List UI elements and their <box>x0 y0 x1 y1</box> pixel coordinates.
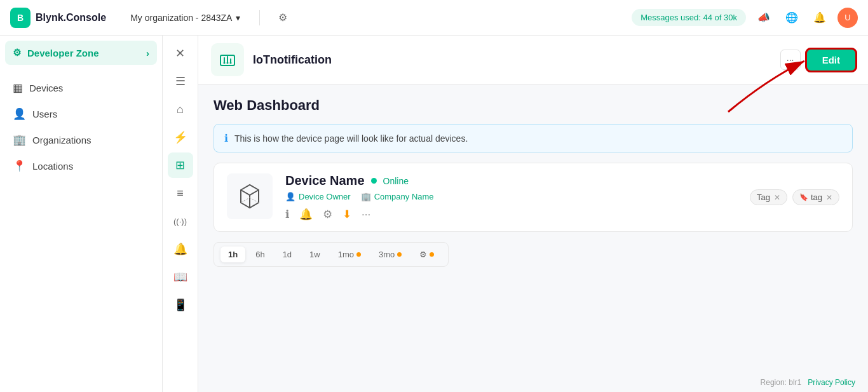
locations-icon: 📍 <box>13 159 26 173</box>
time-btn-6h[interactable]: 6h <box>248 247 272 262</box>
menu-icon-button[interactable]: ☰ <box>168 69 193 94</box>
close-panel-button[interactable]: ✕ <box>168 41 193 66</box>
page-footer: Region: blr1 Privacy Policy <box>198 373 868 392</box>
info-action-icon[interactable]: ℹ <box>285 208 289 221</box>
info-text: This is how the device page will look li… <box>234 133 468 144</box>
header-right: Messages used: 44 of 30k 📣 🌐 🔔 U <box>632 8 858 28</box>
online-label: Online <box>383 176 409 186</box>
org-name: My organization - 2843ZA <box>130 13 232 23</box>
device-owner-item: 👤 Device Owner <box>285 192 351 201</box>
tag-chip-2[interactable]: 🔖 tag ✕ <box>792 189 839 205</box>
devices-label: Devices <box>29 83 63 93</box>
tag-close-1[interactable]: ✕ <box>774 193 780 202</box>
header-divider <box>259 10 260 25</box>
tag-label-2: tag <box>811 193 822 202</box>
organizations-icon: 🏢 <box>13 133 26 147</box>
custom-range-button[interactable]: ⚙ <box>412 247 442 262</box>
sidebar-nav: ▦ Devices 👤 Users 🏢 Organizations 📍 Loca… <box>0 70 162 184</box>
device-owner-label: Device Owner <box>299 192 351 201</box>
wifi-icon-button[interactable]: ((·)) <box>168 208 193 234</box>
tags-area: Tag ✕ 🔖 tag ✕ <box>750 189 839 205</box>
1mo-dot <box>356 252 361 257</box>
app-title: IoTnotification <box>253 53 332 67</box>
more-options-button[interactable]: ··· <box>780 50 801 70</box>
privacy-policy-link[interactable]: Privacy Policy <box>808 378 855 387</box>
tag-chip-1[interactable]: Tag ✕ <box>750 189 787 205</box>
edit-button[interactable]: Edit <box>807 50 855 71</box>
home-icon-button[interactable]: ⌂ <box>168 97 193 122</box>
settings-button[interactable]: ⚙ <box>273 8 293 28</box>
devices-icon: ▦ <box>13 81 23 95</box>
download-action-icon[interactable]: ⬇ <box>342 208 351 221</box>
dashboard-content: Web Dashboard ℹ This is how the device p… <box>198 84 868 373</box>
chevron-right-icon: › <box>146 48 149 58</box>
company-name-label: Company Name <box>374 192 434 201</box>
organizations-label: Organizations <box>32 135 92 145</box>
bell-icon-button[interactable]: 🔔 <box>168 236 193 262</box>
custom-dot <box>430 252 434 257</box>
time-btn-1mo[interactable]: 1mo <box>330 247 369 262</box>
app-name: Blynk.Console <box>36 12 106 24</box>
svg-point-2 <box>227 62 229 64</box>
device-actions: ℹ 🔔 ⚙ ⬇ ··· <box>285 208 737 221</box>
main-layout: ⚙ Developer Zone › ▦ Devices 👤 Users 🏢 O… <box>0 36 868 392</box>
sidebar-item-users[interactable]: 👤 Users <box>5 101 157 127</box>
app-header: IoTnotification ··· Edit <box>198 36 868 84</box>
main-content: IoTnotification ··· Edit Web Dashboard ℹ <box>198 36 868 392</box>
mobile-icon-button[interactable]: 📱 <box>168 292 193 318</box>
info-banner: ℹ This is how the device page will look … <box>214 124 853 152</box>
user-avatar[interactable]: U <box>837 8 858 28</box>
locations-label: Locations <box>32 161 73 172</box>
megaphone-icon[interactable]: 📣 <box>754 8 774 28</box>
time-btn-1w[interactable]: 1w <box>302 247 328 262</box>
grid-icon-button[interactable]: ⊞ <box>168 152 193 178</box>
logo-icon: B <box>10 8 31 28</box>
users-label: Users <box>32 109 57 119</box>
book-icon-button[interactable]: 📖 <box>168 264 193 290</box>
dashboard-title: Web Dashboard <box>214 97 853 114</box>
time-btn-1h[interactable]: 1h <box>220 247 245 262</box>
settings-action-icon[interactable]: ⚙ <box>323 208 332 221</box>
chevron-down-icon: ▾ <box>236 13 240 23</box>
messages-badge: Messages used: 44 of 30k <box>632 9 746 26</box>
online-dot <box>371 178 377 184</box>
top-header: B Blynk.Console My organization - 2843ZA… <box>0 0 868 36</box>
device-info: Device Name Online 👤 Device Owner 🏢 Comp… <box>285 173 737 221</box>
sidebar: ⚙ Developer Zone › ▦ Devices 👤 Users 🏢 O… <box>0 36 163 392</box>
org-selector[interactable]: My organization - 2843ZA ▾ <box>124 9 247 27</box>
filter-icon-button[interactable]: ⚡ <box>168 125 193 150</box>
icon-panel: ✕ ☰ ⌂ ⚡ ⊞ ≡ ((·)) 🔔 📖 📱 <box>163 36 198 392</box>
building-icon: 🏢 <box>361 192 371 201</box>
users-icon: 👤 <box>13 107 26 121</box>
tag-close-2[interactable]: ✕ <box>826 193 832 202</box>
time-btn-3mo[interactable]: 3mo <box>371 247 409 262</box>
svg-point-3 <box>230 62 232 64</box>
tag-bookmark-icon: 🔖 <box>799 193 808 201</box>
sidebar-item-organizations[interactable]: 🏢 Organizations <box>5 127 157 153</box>
more-action-icon[interactable]: ··· <box>362 208 370 221</box>
device-meta: 👤 Device Owner 🏢 Company Name <box>285 192 737 201</box>
device-icon <box>227 173 273 219</box>
developer-zone-icon: ⚙ <box>13 47 21 58</box>
device-name-row: Device Name Online <box>285 173 737 188</box>
device-name: Device Name <box>285 173 365 188</box>
svg-point-1 <box>224 62 226 64</box>
developer-zone-item[interactable]: ⚙ Developer Zone › <box>5 41 157 65</box>
list-icon-button[interactable]: ≡ <box>168 180 193 206</box>
developer-zone-left: ⚙ Developer Zone <box>13 47 99 58</box>
time-btn-1d[interactable]: 1d <box>275 247 299 262</box>
time-range-selector: 1h 6h 1d 1w 1mo 3mo ⚙ <box>214 242 449 267</box>
notification-bell-icon[interactable]: 🔔 <box>810 8 830 28</box>
user-icon: 👤 <box>285 192 295 201</box>
globe-icon[interactable]: 🌐 <box>782 8 802 28</box>
company-item: 🏢 Company Name <box>361 192 434 201</box>
sidebar-item-devices[interactable]: ▦ Devices <box>5 75 157 101</box>
device-card: Device Name Online 👤 Device Owner 🏢 Comp… <box>214 163 853 232</box>
sidebar-item-locations[interactable]: 📍 Locations <box>5 153 157 179</box>
3mo-dot <box>397 252 402 257</box>
developer-zone-label: Developer Zone <box>27 48 99 58</box>
logo-area: B Blynk.Console <box>10 8 106 28</box>
app-header-right: ··· Edit <box>780 50 855 71</box>
bell-action-icon[interactable]: 🔔 <box>299 208 313 221</box>
tag-label-1: Tag <box>757 193 770 202</box>
